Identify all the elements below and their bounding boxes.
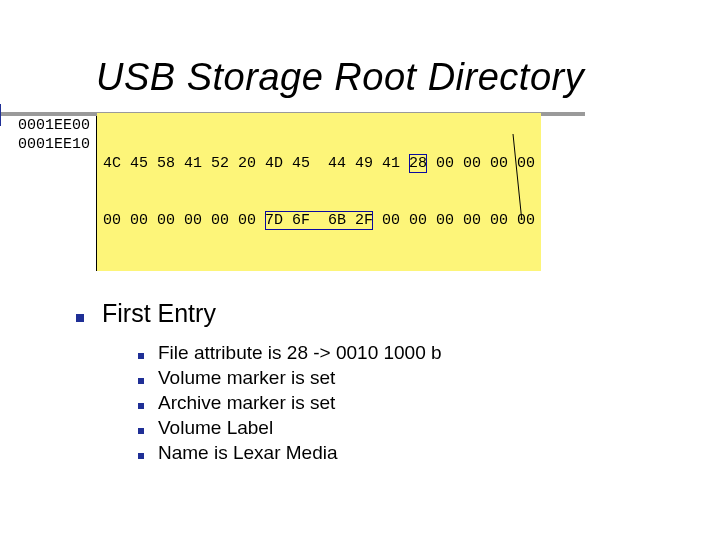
square-bullet-icon (138, 378, 144, 384)
list-item-text: Volume Label (158, 417, 273, 439)
hex-bytes: 00 00 00 00 00 00 (373, 212, 535, 229)
list-item: File attribute is 28 -> 0010 1000 b (138, 342, 720, 364)
list-item: Archive marker is set (138, 392, 720, 414)
title-underline-blue (0, 104, 1, 126)
list-item: Volume marker is set (138, 367, 720, 389)
square-bullet-icon (138, 403, 144, 409)
square-bullet-icon (138, 428, 144, 434)
list-item-text: Archive marker is set (158, 392, 335, 414)
hex-highlight-attribute: 28 (409, 154, 427, 173)
hex-bytes: 00 00 00 00 (427, 155, 535, 172)
content-list: First Entry File attribute is 28 -> 0010… (76, 299, 720, 464)
hex-data-row: 00 00 00 00 00 00 7D 6F 6B 2F 00 00 00 0… (103, 211, 535, 230)
square-bullet-icon (138, 453, 144, 459)
list-item: Name is Lexar Media (138, 442, 720, 464)
hex-address-row: 0001EE00 (18, 116, 90, 135)
hex-addresses: 0001EE00 0001EE10 (14, 113, 97, 271)
title-area: USB Storage Root Directory (96, 56, 720, 99)
list-level1-item: First Entry (76, 299, 720, 328)
list-level2: File attribute is 28 -> 0010 1000 b Volu… (138, 342, 720, 464)
hex-dump: 0001EE00 0001EE10 4C 45 58 41 52 20 4D 4… (14, 113, 720, 271)
hex-data: 4C 45 58 41 52 20 4D 45 44 49 41 28 00 0… (97, 113, 541, 271)
hex-bytes: 00 00 00 00 00 00 (103, 212, 265, 229)
slide-title: USB Storage Root Directory (96, 56, 720, 99)
hex-bytes: 4C 45 58 41 52 20 4D 45 44 49 41 (103, 155, 409, 172)
hex-address-row: 0001EE10 (18, 135, 90, 154)
list-item-text: Volume marker is set (158, 367, 335, 389)
square-bullet-icon (138, 353, 144, 359)
hex-highlight-date: 7D 6F 6B 2F (265, 211, 373, 230)
hex-data-row: 4C 45 58 41 52 20 4D 45 44 49 41 28 00 0… (103, 154, 535, 173)
list-level1-text: First Entry (102, 299, 216, 328)
slide: USB Storage Root Directory 0001EE00 0001… (0, 0, 720, 540)
list-item-text: File attribute is 28 -> 0010 1000 b (158, 342, 442, 364)
list-item-text: Name is Lexar Media (158, 442, 338, 464)
square-bullet-icon (76, 314, 84, 322)
list-item: Volume Label (138, 417, 720, 439)
